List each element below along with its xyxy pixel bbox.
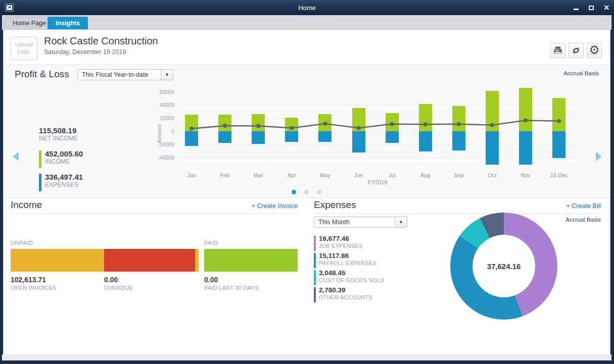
create-bill-link[interactable]: + Create Bill <box>566 202 601 210</box>
legend-payroll-expenses: 15,117.86 PAYROLL EXPENSES <box>314 252 376 266</box>
carousel-dots[interactable] <box>292 190 321 194</box>
chevron-down-icon: ▼ <box>161 70 173 80</box>
tab-home-page[interactable]: Home Page <box>4 17 55 29</box>
legend-color-tick <box>314 270 316 285</box>
create-invoice-link[interactable]: + Create Invoice <box>252 202 298 210</box>
donut-total: 37,624.16 <box>487 262 521 271</box>
bar-segment <box>11 249 104 272</box>
gear-icon: ⚙ <box>589 44 600 56</box>
carousel-dot-2[interactable] <box>317 190 321 194</box>
carousel-dot-1[interactable] <box>304 190 309 194</box>
bottom-sections: Income + Create Invoice UNPAID PAID 102,… <box>4 198 610 355</box>
tab-bar: Home Page Insights <box>2 15 611 30</box>
paid-label: PAID <box>204 240 218 246</box>
pnl-period-dropdown[interactable]: This Fiscal Year-to-date ▼ <box>77 69 173 80</box>
income-color-tick <box>39 150 41 168</box>
legend-cost-of-goods-sold: 3,048.45 COST OF GOODS SOLD <box>314 269 384 283</box>
company-name: Rock Castle Construction <box>44 35 158 47</box>
print-button[interactable] <box>550 43 565 58</box>
window-title: Home <box>0 4 614 12</box>
carousel-dot-0[interactable] <box>292 190 296 194</box>
expenses-donut-chart[interactable]: 37,624.16 <box>450 213 557 320</box>
prev-arrow-button[interactable] <box>13 152 19 161</box>
open-invoices-stat: 102,613.71 OPEN INVOICES <box>11 276 57 291</box>
status-bar <box>2 354 611 360</box>
legend-job-expenses: 16,677.46 JOB EXPENSES <box>314 235 362 249</box>
pnl-period-value: This Fiscal Year-to-date <box>78 70 161 80</box>
printer-icon <box>553 45 563 56</box>
chevron-down-icon: ▼ <box>395 217 407 227</box>
system-menu-icon[interactable] <box>5 4 14 12</box>
expenses-section: Expenses + Create Bill Accrual Basis Thi… <box>314 198 601 355</box>
maximize-button[interactable] <box>588 4 595 11</box>
expenses-period-value: This Month <box>314 217 395 227</box>
summary-net-income: 115,508.19 NET INCOME <box>39 126 78 142</box>
divider <box>314 214 601 214</box>
profit-loss-title: Profit & Loss <box>15 69 69 80</box>
refresh-icon <box>571 45 581 56</box>
legend-color-tick <box>314 287 316 302</box>
divider <box>11 214 298 214</box>
bar-segment <box>104 249 195 272</box>
app-window: Home ✕ Home Page Insights Upload Logo Ro… <box>0 0 614 364</box>
header-date: Saturday, December 15 2018 <box>44 48 126 56</box>
expenses-accrual-basis: Accrual Basis <box>565 217 601 223</box>
bar-segment <box>195 249 199 272</box>
paid-last-30-days-stat: 0.00 PAID LAST 30 DAYS <box>204 276 258 291</box>
legend-color-tick <box>314 236 316 251</box>
legend-other-accounts: 2,780.39 OTHER ACCOUNTS <box>314 286 372 300</box>
unpaid-label: UNPAID <box>11 240 33 246</box>
summary-income: 452,005.60 INCOME <box>45 149 83 165</box>
insights-page: Upload Logo Rock Castle Construction Sat… <box>3 30 610 355</box>
next-arrow-button[interactable] <box>596 152 602 161</box>
page-header: Upload Logo Rock Castle Construction Sat… <box>4 30 610 65</box>
income-section: Income + Create Invoice UNPAID PAID 102,… <box>11 198 298 355</box>
profit-loss-chart[interactable]: 6000040000200000-20000-40000AmountJanFeb… <box>152 85 580 186</box>
summary-expenses: 336,497.41 EXPENSES <box>45 173 83 188</box>
expenses-period-dropdown[interactable]: This Month ▼ <box>314 217 407 228</box>
expenses-color-tick <box>39 174 41 191</box>
expenses-title: Expenses <box>314 199 356 211</box>
net-income-line <box>152 85 580 186</box>
unpaid-invoices-bar[interactable] <box>11 249 199 272</box>
paid-invoices-bar[interactable] <box>204 249 298 272</box>
title-bar: Home ✕ <box>0 0 614 15</box>
minimize-button[interactable] <box>573 4 580 11</box>
refresh-button[interactable] <box>569 43 584 58</box>
pnl-accrual-basis: Accrual Basis <box>563 70 599 76</box>
income-title: Income <box>11 199 42 211</box>
settings-button[interactable]: ⚙ <box>587 43 602 58</box>
close-button[interactable]: ✕ <box>603 4 610 11</box>
upload-logo-button[interactable]: Upload Logo <box>11 37 37 60</box>
legend-color-tick <box>314 253 316 268</box>
profit-loss-panel: Profit & Loss This Fiscal Year-to-date ▼… <box>4 65 610 198</box>
tab-insights[interactable]: Insights <box>48 17 88 29</box>
overdue-stat: 0.00 OVERDUE <box>104 276 133 291</box>
bar-segment <box>204 249 298 272</box>
